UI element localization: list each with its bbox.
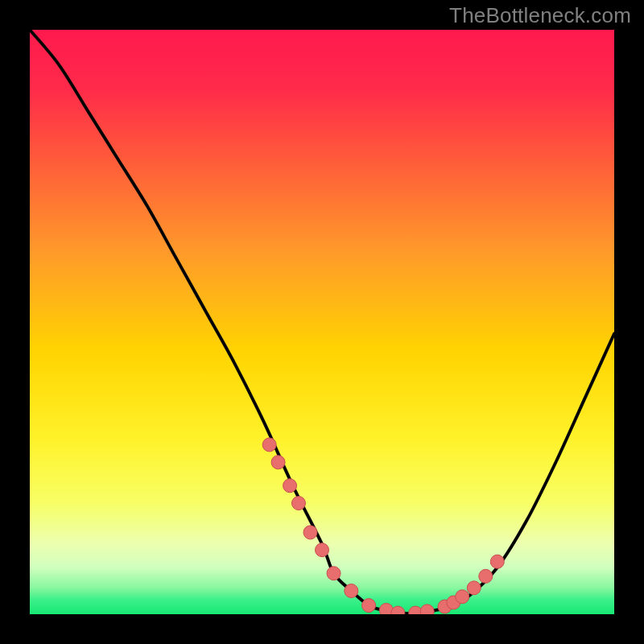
data-point xyxy=(283,479,297,493)
chart-container: TheBottleneck.com xyxy=(0,0,644,644)
plot-area xyxy=(30,30,614,614)
gradient-background xyxy=(30,30,614,614)
data-point xyxy=(327,567,341,580)
data-point xyxy=(467,581,481,595)
data-point xyxy=(456,590,469,604)
data-point xyxy=(303,526,317,539)
data-point xyxy=(316,543,329,557)
watermark-text: TheBottleneck.com xyxy=(449,3,631,28)
data-point xyxy=(362,599,376,613)
data-point xyxy=(345,584,358,597)
data-point xyxy=(490,555,504,568)
data-point xyxy=(291,497,305,510)
data-point xyxy=(420,605,434,614)
data-point xyxy=(479,569,493,583)
data-point xyxy=(262,438,276,452)
data-point xyxy=(271,456,285,469)
chart-svg xyxy=(30,30,614,614)
